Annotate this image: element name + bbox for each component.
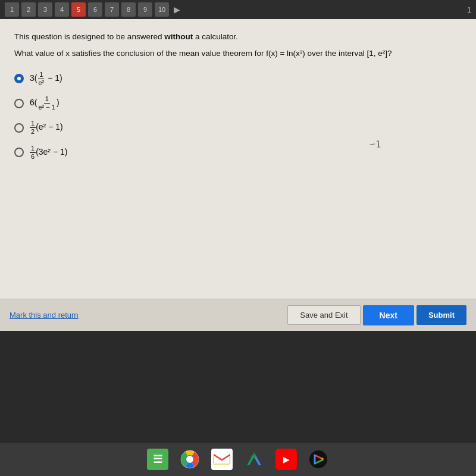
intro-text: This question is designed to be answered xyxy=(14,32,164,41)
nav-arrow-right[interactable]: ▶ xyxy=(171,5,183,14)
gmail-svg xyxy=(214,453,230,465)
youtube-play-symbol: ▶ xyxy=(283,455,290,464)
choice-a-label: 3(1e² − 1) xyxy=(30,71,62,87)
nav-num-10[interactable]: 10 xyxy=(155,2,169,17)
play-store-icon[interactable] xyxy=(308,449,329,470)
handwriting-annotation: −1 xyxy=(369,137,381,151)
radio-b[interactable] xyxy=(14,99,24,108)
question-intro: This question is designed to be answered… xyxy=(14,31,462,43)
intro-end: a calculator. xyxy=(193,32,238,41)
youtube-icon[interactable]: ▶ xyxy=(275,449,297,470)
nav-num-3[interactable]: 3 xyxy=(38,2,52,17)
choice-b-label: 6(1e² − 1) xyxy=(30,95,60,111)
nav-num-7[interactable]: 7 xyxy=(105,2,119,17)
action-bar: Mark this and return Save and Exit Next … xyxy=(0,299,476,331)
radio-d[interactable] xyxy=(14,148,24,157)
nav-num-2[interactable]: 2 xyxy=(21,2,36,17)
page-number: 1 xyxy=(467,5,471,14)
choice-c[interactable]: 12(e² − 1) xyxy=(14,120,462,136)
chrome-svg xyxy=(180,450,199,469)
nav-num-5[interactable]: 5 xyxy=(71,2,86,17)
play-store-svg xyxy=(309,450,328,469)
save-exit-button[interactable]: Save and Exit xyxy=(287,305,360,325)
drive-svg xyxy=(245,450,264,469)
nav-num-9[interactable]: 9 xyxy=(138,2,152,17)
taskbar: ☰ xyxy=(0,443,476,476)
svg-point-10 xyxy=(309,450,327,468)
nav-num-1[interactable]: 1 xyxy=(5,2,19,17)
radio-a[interactable] xyxy=(14,74,24,83)
choice-c-label: 12(e² − 1) xyxy=(30,120,63,136)
submit-button[interactable]: Submit xyxy=(416,305,466,325)
files-icon-symbol: ☰ xyxy=(153,453,162,466)
mark-return-link[interactable]: Mark this and return xyxy=(10,311,79,320)
files-icon[interactable]: ☰ xyxy=(147,449,168,470)
nav-num-6[interactable]: 6 xyxy=(88,2,102,17)
chrome-icon[interactable] xyxy=(179,449,201,470)
svg-point-2 xyxy=(186,456,193,463)
question-body: What value of x satisfies the conclusion… xyxy=(14,48,462,60)
drive-icon[interactable] xyxy=(243,449,265,470)
radio-a-inner xyxy=(17,77,21,80)
radio-c[interactable] xyxy=(14,123,24,133)
answer-choices: 3(1e² − 1) 6(1e² − 1) 12(e² − 1) 16(3e² … xyxy=(14,71,462,161)
svg-marker-9 xyxy=(250,452,258,458)
choice-d-label: 16(3e² − 1) xyxy=(30,145,67,161)
top-navigation: 1 2 3 4 5 6 7 8 9 10 ▶ 1 xyxy=(0,0,476,19)
choice-a[interactable]: 3(1e² − 1) xyxy=(14,71,462,87)
nav-num-8[interactable]: 8 xyxy=(121,2,136,17)
main-content-area: This question is designed to be answered… xyxy=(0,19,476,299)
nav-num-4[interactable]: 4 xyxy=(55,2,69,17)
bold-without: without xyxy=(164,32,193,41)
choice-b[interactable]: 6(1e² − 1) xyxy=(14,95,462,111)
choice-d[interactable]: 16(3e² − 1) xyxy=(14,145,462,161)
next-button[interactable]: Next xyxy=(363,305,414,325)
gmail-icon[interactable] xyxy=(211,449,233,470)
